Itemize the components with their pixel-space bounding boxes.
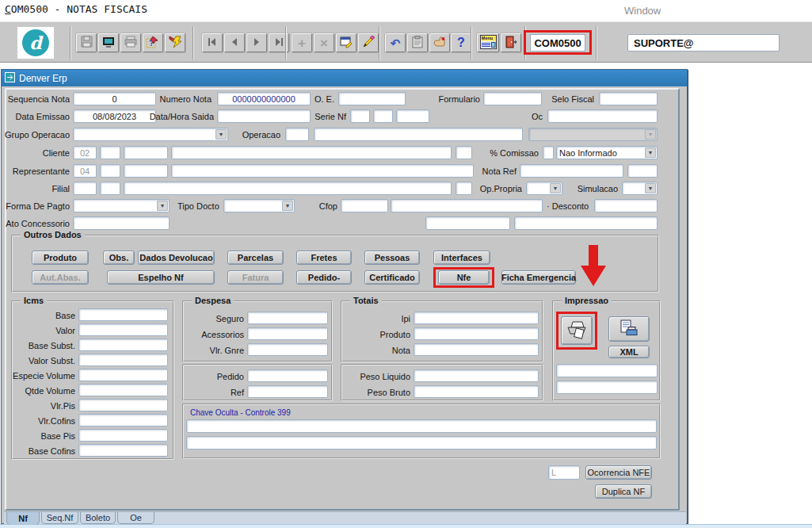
seguro-input[interactable] xyxy=(247,312,328,324)
selo-fiscal-input[interactable] xyxy=(599,92,658,105)
icms-base-subst-input[interactable] xyxy=(78,339,168,351)
filial-code-input[interactable] xyxy=(73,182,97,195)
icms-vlr-pis-input[interactable] xyxy=(78,399,168,411)
obs-button[interactable]: Obs. xyxy=(103,251,135,265)
operacao-desc-input[interactable] xyxy=(314,128,523,141)
filial-input-2[interactable] xyxy=(100,182,120,195)
peso-bruto-input[interactable] xyxy=(414,385,539,398)
next-record-button[interactable] xyxy=(246,33,267,52)
tab-oe[interactable]: Oe xyxy=(117,512,154,524)
produto-button[interactable]: Produto xyxy=(32,251,89,265)
ref-input[interactable] xyxy=(247,385,328,398)
chevron-down-icon[interactable]: ▼ xyxy=(550,183,561,193)
ficha-emergencia-button[interactable]: Ficha Emergencia xyxy=(501,270,576,285)
peso-liquido-input[interactable] xyxy=(414,369,539,382)
help-button[interactable]: ? xyxy=(451,33,471,52)
icms-vlr-cofins-input[interactable] xyxy=(78,414,168,427)
oe-input[interactable] xyxy=(338,92,406,105)
desconto-input[interactable] xyxy=(594,199,658,212)
enter-query-button[interactable]: ? xyxy=(143,33,163,52)
edit-field-button[interactable] xyxy=(358,33,379,52)
duplica-nf-button[interactable]: Duplica NF xyxy=(595,484,652,499)
menu-window[interactable]: Window xyxy=(624,5,661,17)
ipi-input[interactable] xyxy=(414,312,539,324)
nota-ref-extra-input[interactable] xyxy=(627,164,658,178)
erp-window-titlebar[interactable]: Denver Erp xyxy=(2,70,687,86)
tipo-docto-select[interactable]: ▼ xyxy=(223,199,295,212)
interfaces-button[interactable]: Interfaces xyxy=(433,251,490,265)
totais-nota-input[interactable] xyxy=(414,343,539,356)
previous-record-button[interactable] xyxy=(224,33,245,52)
representante-input-3[interactable] xyxy=(124,164,168,178)
pedido-button[interactable]: Pedido- xyxy=(296,270,352,285)
chevron-down-icon[interactable]: ▼ xyxy=(282,201,293,211)
tab-boleto[interactable]: Boleto xyxy=(80,512,116,524)
espelho-nf-button[interactable]: Espelho Nf xyxy=(107,270,215,285)
delete-record-button[interactable]: × xyxy=(314,33,334,52)
icms-valor-subst-input[interactable] xyxy=(78,354,168,366)
comissao-input[interactable] xyxy=(543,146,554,159)
forma-pagto-select[interactable]: ▼ xyxy=(73,199,170,212)
chevron-down-icon[interactable]: ▼ xyxy=(215,129,227,140)
cfop-input-1[interactable] xyxy=(341,199,388,212)
user-field[interactable]: SUPORTE@ xyxy=(627,34,780,52)
save-button[interactable] xyxy=(76,33,97,52)
ocorrencia-flag-input[interactable]: L xyxy=(548,465,580,480)
chevron-down-icon[interactable]: ▼ xyxy=(157,201,168,211)
totais-produto-input[interactable] xyxy=(414,327,539,340)
clipboard-button[interactable] xyxy=(407,33,428,52)
parcelas-button[interactable]: Parcelas xyxy=(227,251,284,265)
acessorios-input[interactable] xyxy=(247,327,328,340)
undo-button[interactable]: ↶ xyxy=(385,33,406,52)
icms-especie-volume-input[interactable] xyxy=(78,369,168,381)
cliente-code-input[interactable]: 02 xyxy=(73,146,97,159)
chevron-down-icon[interactable]: ▼ xyxy=(645,147,656,158)
print-button[interactable] xyxy=(120,33,141,52)
serie-nf-input-1[interactable] xyxy=(350,109,370,123)
impressao-input-1[interactable] xyxy=(556,364,658,377)
pessoas-button[interactable]: Pessoas xyxy=(364,251,420,265)
xml-button[interactable]: XML xyxy=(608,346,650,358)
filial-extra-input[interactable] xyxy=(456,182,472,195)
cliente-nome-input[interactable] xyxy=(171,146,452,159)
edit-window-button[interactable] xyxy=(336,33,356,52)
tab-nf[interactable]: Nf xyxy=(6,512,40,525)
certificado-button[interactable]: Certificado xyxy=(364,270,420,285)
op-propria-select[interactable]: ▼ xyxy=(526,182,562,195)
ato-concessorio-input[interactable] xyxy=(73,216,170,230)
data-hora-saida-input[interactable] xyxy=(217,109,311,123)
cliente-input-3[interactable] xyxy=(124,146,168,159)
impressao-input-2[interactable] xyxy=(556,381,658,394)
screen-button[interactable] xyxy=(98,33,119,52)
icms-base-input[interactable] xyxy=(78,308,168,321)
insert-record-button[interactable]: + xyxy=(292,33,312,52)
filial-nome-input[interactable] xyxy=(124,182,452,195)
cliente-input-2[interactable] xyxy=(100,146,120,159)
cliente-extra-input[interactable] xyxy=(456,146,472,159)
grupo-operacao-select[interactable]: ▼ xyxy=(73,128,228,141)
comissao-tipo-select[interactable]: Nao Informado▼ xyxy=(556,146,658,159)
execute-query-button[interactable] xyxy=(165,33,185,52)
pedido-input[interactable] xyxy=(247,369,328,382)
representante-nome-input[interactable] xyxy=(171,164,474,178)
simulacao-select[interactable]: ▼ xyxy=(622,182,658,195)
first-record-button[interactable] xyxy=(202,33,223,52)
operacao-code-input[interactable] xyxy=(285,128,309,141)
representante-input-2[interactable] xyxy=(100,164,120,178)
cfop-input-2[interactable] xyxy=(391,199,543,212)
menu-button[interactable]: Menu xyxy=(477,33,499,52)
ocorrencia-nfe-button[interactable]: Ocorrencia NFE xyxy=(585,465,652,480)
nota-ref-input[interactable] xyxy=(520,164,623,178)
bottom-scroll-strip[interactable] xyxy=(0,524,812,528)
fretes-button[interactable]: Fretes xyxy=(296,251,352,265)
imprimir-danfe-button[interactable] xyxy=(608,316,650,342)
help-hand-button[interactable] xyxy=(429,33,450,52)
oc-input[interactable] xyxy=(547,109,658,123)
chevron-down-icon[interactable]: ▼ xyxy=(645,183,656,193)
ato-extra-input-2[interactable] xyxy=(514,216,658,230)
icms-valor-input[interactable] xyxy=(78,323,168,336)
dados-devolucao-button[interactable]: Dados Devolucao xyxy=(138,251,215,265)
exit-button[interactable] xyxy=(501,33,521,52)
tab-seq-nf[interactable]: Seq.Nf xyxy=(41,512,78,524)
ato-extra-input-1[interactable] xyxy=(425,216,510,230)
